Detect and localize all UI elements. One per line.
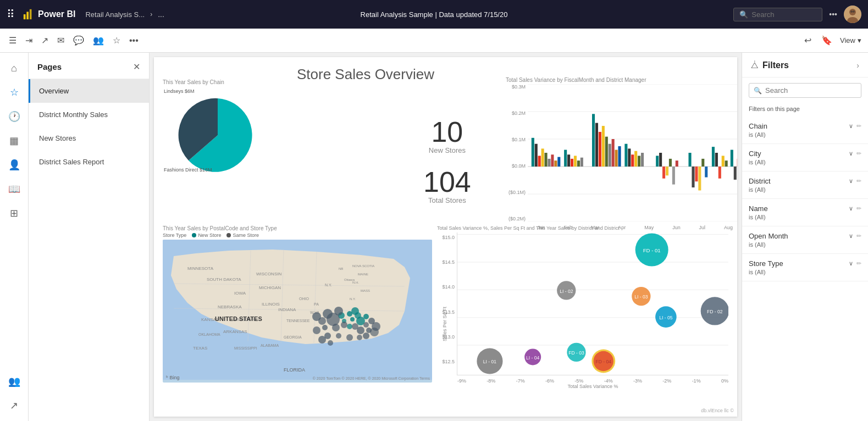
svg-rect-63 bbox=[734, 167, 737, 180]
report-breadcrumb[interactable]: Retail Analysis S... bbox=[85, 10, 145, 19]
svg-text:OHIO: OHIO bbox=[299, 297, 309, 301]
svg-rect-33 bbox=[605, 137, 608, 167]
filter-chain-edit-icon[interactable]: ✏ bbox=[856, 123, 861, 130]
svg-rect-52 bbox=[692, 167, 694, 187]
svg-point-127 bbox=[328, 340, 333, 346]
filters-title: Filters bbox=[762, 60, 789, 70]
filter-open-month-edit-icon[interactable]: ✏ bbox=[856, 232, 861, 240]
filter-district-edit-icon[interactable]: ✏ bbox=[856, 178, 861, 185]
x-tick-10: 0% bbox=[721, 378, 728, 384]
filter-open-month-actions: ∨ ✏ bbox=[849, 232, 861, 240]
filter-city-edit-icon[interactable]: ✏ bbox=[856, 150, 861, 157]
svg-point-108 bbox=[347, 324, 352, 329]
kpi-section: 10 New Stores 104 Total Stores bbox=[423, 118, 471, 218]
filter-district-header: District ∨ ✏ bbox=[749, 177, 861, 185]
filter-city-chevron-icon[interactable]: ∨ bbox=[849, 150, 853, 157]
y-label-4: $0.1M bbox=[512, 137, 526, 142]
svg-rect-27 bbox=[577, 160, 580, 167]
svg-point-119 bbox=[363, 322, 369, 328]
x-tick-6: -4% bbox=[604, 378, 613, 384]
pages-close-icon[interactable]: ✕ bbox=[133, 62, 140, 72]
kpi-total-stores: 104 Total Stores bbox=[423, 168, 471, 204]
toolbar-favorite-icon[interactable]: ☆ bbox=[110, 33, 123, 48]
bar-chart-container[interactable]: $0.3M $0.2M $0.1M $0.0M ($0.1M) ($0.2M) bbox=[506, 84, 737, 221]
svg-point-118 bbox=[357, 326, 364, 334]
toolbar-pages-icon[interactable]: ☰ bbox=[7, 33, 19, 48]
filters-search-input[interactable] bbox=[765, 86, 856, 95]
toolbar-share-icon[interactable]: ↗ bbox=[39, 33, 51, 48]
toolbar-teams-icon[interactable]: 👥 bbox=[91, 33, 106, 48]
toolbar-forward-icon[interactable]: ⇥ bbox=[23, 33, 35, 48]
toolbar-email-icon[interactable]: ✉ bbox=[55, 33, 67, 48]
svg-text:N.Y.: N.Y. bbox=[325, 283, 332, 287]
kpi-total-stores-label: Total Stores bbox=[423, 196, 471, 204]
svg-text:MAINE: MAINE bbox=[358, 273, 368, 276]
svg-rect-49 bbox=[672, 167, 675, 185]
svg-point-128 bbox=[346, 334, 353, 341]
svg-rect-19 bbox=[548, 159, 550, 167]
top-nav-more-icon[interactable]: ••• bbox=[829, 10, 837, 19]
filter-name-edit-icon[interactable]: ✏ bbox=[856, 205, 861, 212]
svg-point-102 bbox=[350, 317, 355, 322]
search-input[interactable] bbox=[751, 10, 816, 19]
map-new-label: New Store bbox=[198, 232, 221, 238]
bubble-svg: FD - 01 LI - 01 LI - 02 LI - 03 bbox=[457, 232, 728, 375]
map-same-label: Same Store bbox=[233, 232, 259, 238]
filter-open-month-chevron-icon[interactable]: ∨ bbox=[849, 232, 853, 240]
filter-store-type-chevron-icon[interactable]: ∨ bbox=[849, 260, 853, 267]
filter-open-month-header: Open Month ∨ ✏ bbox=[749, 232, 861, 240]
svg-rect-56 bbox=[705, 167, 707, 178]
x-tick-3: -7% bbox=[516, 378, 525, 384]
left-nav-favorite-icon[interactable]: ☆ bbox=[3, 81, 25, 103]
y-label-1: ($0.2M) bbox=[508, 216, 526, 221]
bookmark-icon[interactable]: 🔖 bbox=[819, 33, 834, 48]
filters-expand-icon[interactable]: › bbox=[856, 61, 859, 70]
left-nav-home-icon[interactable]: ⌂ bbox=[3, 57, 25, 79]
page-item-label: Overview bbox=[39, 87, 69, 95]
view-button[interactable]: View ▾ bbox=[840, 36, 861, 45]
powerbi-logo-icon bbox=[23, 8, 35, 20]
svg-point-125 bbox=[336, 333, 341, 339]
filter-chain-chevron-icon[interactable]: ∨ bbox=[849, 123, 853, 130]
pie-chart[interactable]: Lindseys $6M Fashions Direct $16M bbox=[163, 87, 273, 184]
avatar[interactable] bbox=[844, 5, 861, 23]
page-item-new-stores[interactable]: New Stores bbox=[29, 126, 149, 150]
svg-rect-62 bbox=[731, 150, 733, 167]
filter-district-chevron-icon[interactable]: ∨ bbox=[849, 178, 853, 185]
svg-rect-35 bbox=[612, 139, 615, 167]
left-nav-learn-icon[interactable]: 📖 bbox=[3, 178, 25, 200]
filter-store-type-edit-icon[interactable]: ✏ bbox=[856, 260, 861, 267]
left-nav-workspaces-icon[interactable]: ⊞ bbox=[3, 202, 25, 224]
global-search-box[interactable]: 🔍 bbox=[733, 8, 822, 21]
left-nav-admin-icon[interactable]: 👥 bbox=[3, 370, 25, 392]
filter-icon: ⧊ bbox=[751, 60, 758, 70]
svg-rect-24 bbox=[567, 154, 570, 167]
bubble-chart-container[interactable]: Sales Per Sq Ft $15.0 $14.5 $14.0 $13.5 … bbox=[437, 232, 728, 375]
svg-text:MINNESOTA: MINNESOTA bbox=[187, 266, 214, 271]
map-visual[interactable]: MINNESOTA SOUTH DAKOTA WISCONSIN MICHIGA… bbox=[163, 240, 432, 383]
app-grid-icon[interactable]: ⠿ bbox=[7, 8, 15, 21]
filter-name-chevron-icon[interactable]: ∨ bbox=[849, 205, 853, 212]
svg-text:LI - 04: LI - 04 bbox=[526, 355, 540, 361]
left-nav-apps-icon[interactable]: ▦ bbox=[3, 130, 25, 152]
svg-rect-41 bbox=[634, 151, 637, 167]
filters-search-box[interactable]: 🔍 bbox=[749, 83, 861, 98]
left-nav-external-icon[interactable]: ↗ bbox=[3, 395, 25, 417]
page-item-district-sales[interactable]: District Sales Report bbox=[29, 150, 149, 174]
undo-icon[interactable]: ↩ bbox=[802, 33, 814, 48]
svg-point-116 bbox=[332, 324, 340, 331]
y-tick-1: $12.5 bbox=[442, 359, 455, 364]
toolbar-more-icon[interactable]: ••• bbox=[127, 34, 141, 48]
left-nav-recent-icon[interactable]: 🕐 bbox=[3, 106, 25, 128]
y-label-3: $0.0M bbox=[512, 163, 526, 169]
svg-point-123 bbox=[313, 326, 320, 334]
svg-rect-47 bbox=[666, 167, 668, 175]
page-item-overview[interactable]: Overview bbox=[29, 79, 149, 103]
toolbar-chat-icon[interactable]: 💬 bbox=[71, 33, 86, 48]
filter-store-type-actions: ∨ ✏ bbox=[849, 260, 861, 267]
bubble-x-ticks: -9% -8% -7% -6% -5% -4% -3% -2% -1% 0% bbox=[457, 377, 728, 384]
report-more-icon[interactable]: ... bbox=[158, 10, 164, 19]
filter-city-actions: ∨ ✏ bbox=[849, 150, 861, 157]
left-nav-shared-icon[interactable]: 👤 bbox=[3, 154, 25, 176]
page-item-district-monthly[interactable]: District Monthly Sales bbox=[29, 103, 149, 126]
